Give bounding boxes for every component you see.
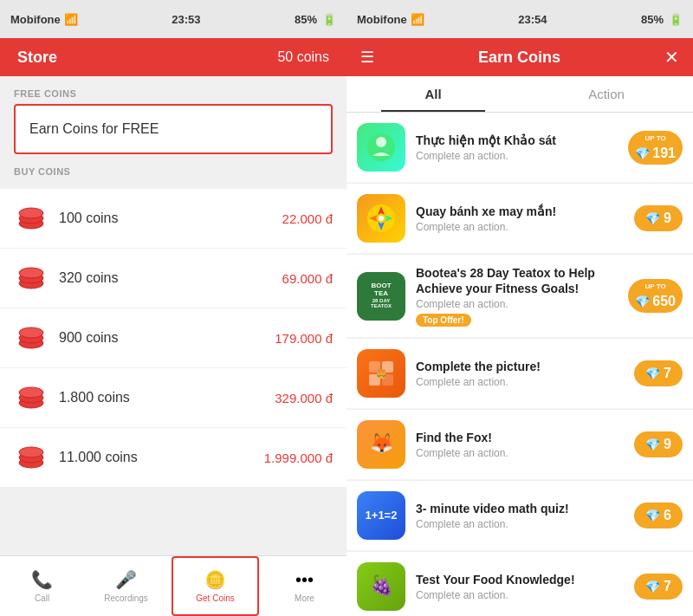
more-icon: •••	[295, 570, 314, 590]
up-to-label-0: UP TO	[645, 134, 666, 142]
tabs-bar: All Action	[346, 76, 693, 113]
coin-name-4: 11.000 coins	[59, 450, 264, 465]
earn-info-0: Thực hiện một Khảo sát Complete an actio…	[416, 133, 618, 162]
coin-num-5: 6	[664, 508, 671, 523]
coin-name-3: 1.800 coins	[59, 390, 275, 405]
left-battery-icon: 🔋	[322, 13, 336, 26]
coin-item-4[interactable]: 11.000 coins 1.999.000 đ	[0, 428, 346, 487]
coin-name-1: 320 coins	[59, 270, 282, 286]
right-status-right: 85% 🔋	[641, 13, 683, 26]
tab-get-coins[interactable]: 🪙 Get Coins	[172, 556, 259, 616]
left-status-right: 85% 🔋	[295, 13, 336, 26]
right-status-bar: Mobifone 📶 23:54 85% 🔋	[346, 0, 693, 38]
right-wifi-icon: 📶	[411, 13, 424, 26]
coin-icon-4	[14, 440, 49, 475]
earn-badge-2: UP TO 💎 650	[628, 279, 683, 313]
earn-list: Thực hiện một Khảo sát Complete an actio…	[346, 113, 693, 616]
svg-point-11	[19, 387, 43, 398]
earn-item-6[interactable]: 🍇 Test Your Food Knowledge! Complete an …	[346, 552, 693, 616]
coin-num-0: 191	[652, 146, 676, 161]
left-content: FREE COINS Earn Coins for FREE BUY COINS…	[0, 76, 346, 555]
earn-subtitle-3: Complete an action.	[416, 376, 624, 388]
coin-price-4: 1.999.000 đ	[264, 451, 333, 465]
buy-coins-label: BUY COINS	[0, 154, 346, 182]
left-store-title: Store	[17, 49, 57, 67]
coin-price-2: 179.000 đ	[275, 331, 333, 346]
right-panel: Mobifone 📶 23:54 85% 🔋 ☰ Earn Coins ✕ Al…	[346, 0, 693, 616]
coin-price-3: 329.000 đ	[275, 391, 333, 405]
coin-name-0: 100 coins	[59, 211, 282, 226]
earn-badge-0: UP TO 💎 191	[628, 131, 683, 165]
left-status-bar: Mobifone 📶 23:53 85% 🔋	[0, 0, 346, 38]
app-icon-food: 🍇	[357, 562, 405, 611]
earn-title-6: Test Your Food Knowledge!	[416, 572, 624, 587]
gem-icon-4: 💎	[645, 438, 660, 451]
svg-text:🍇: 🍇	[370, 574, 394, 597]
earn-item-4[interactable]: 🦊 Find the Fox! Complete an action. 💎 9	[346, 410, 693, 479]
earn-item-3[interactable]: 🍔 Complete the picture! Complete an acti…	[346, 339, 693, 408]
coin-icon-1	[14, 261, 49, 295]
free-coins-label: FREE COINS	[0, 76, 346, 104]
app-icon-spin	[357, 194, 405, 243]
coin-item-1[interactable]: 320 coins 69.000 đ	[0, 249, 346, 308]
tab-get-coins-label: Get Coins	[196, 593, 234, 603]
close-icon[interactable]: ✕	[664, 47, 679, 68]
gem-icon-6: 💎	[645, 580, 660, 593]
coin-item-3[interactable]: 1.800 coins 329.000 đ	[0, 368, 346, 427]
call-icon: 📞	[31, 569, 53, 590]
earn-subtitle-4: Complete an action.	[416, 447, 624, 459]
left-battery-pct: 85%	[295, 13, 317, 26]
app-icon-fox: 🦊	[357, 420, 405, 469]
coin-item-0[interactable]: 100 coins 22.000 đ	[0, 189, 346, 248]
gem-icon-2: 💎	[635, 295, 650, 308]
svg-text:1+1=2: 1+1=2	[366, 509, 397, 522]
tab-recordings-label: Recordings	[104, 593, 148, 603]
tab-call-label: Call	[35, 593, 49, 603]
tab-action[interactable]: Action	[520, 76, 693, 112]
right-time: 23:54	[518, 13, 547, 26]
coin-item-2[interactable]: 900 coins 179.000 đ	[0, 308, 346, 367]
right-header: ☰ Earn Coins ✕	[346, 38, 693, 76]
right-battery-icon: 🔋	[669, 13, 683, 26]
gem-icon-0: 💎	[635, 146, 650, 160]
hamburger-menu-icon[interactable]: ☰	[360, 48, 374, 67]
coin-name-2: 900 coins	[59, 330, 275, 346]
earn-title-0: Thực hiện một Khảo sát	[416, 133, 618, 148]
tab-recordings[interactable]: 🎤 Recordings	[84, 556, 168, 616]
earn-info-3: Complete the picture! Complete an action…	[416, 359, 624, 388]
left-panel: Mobifone 📶 23:53 85% 🔋 Store 50 coins FR…	[0, 0, 346, 616]
left-header-coins: 50 coins	[277, 49, 329, 65]
svg-point-16	[376, 137, 386, 147]
coin-icon-2	[14, 321, 49, 355]
earn-subtitle-0: Complete an action.	[416, 150, 618, 162]
earn-item-1[interactable]: Quay bánh xe may mắn! Complete an action…	[346, 184, 693, 253]
earn-badge-6: 💎 7	[634, 574, 683, 600]
app-icon-puzzle: 🍔	[357, 349, 405, 398]
tab-all[interactable]: All	[346, 76, 520, 112]
earn-info-2: Bootea's 28 Day Teatox to Help Achieve y…	[416, 265, 618, 327]
earn-title-3: Complete the picture!	[416, 359, 624, 374]
earn-item-5[interactable]: 1+1=2 3- minute video math quiz! Complet…	[346, 481, 693, 550]
earn-title-4: Find the Fox!	[416, 430, 624, 445]
coin-num-6: 7	[664, 579, 671, 594]
tab-call[interactable]: 📞 Call	[0, 556, 84, 616]
earn-title-2: Bootea's 28 Day Teatox to Help Achieve y…	[416, 265, 618, 296]
earn-badge-5: 💎 6	[634, 503, 683, 528]
gem-icon-5: 💎	[645, 509, 660, 522]
coin-num-2: 650	[652, 294, 676, 309]
left-header: Store 50 coins	[0, 38, 346, 76]
earn-subtitle-5: Complete an action.	[416, 518, 624, 530]
earn-item-0[interactable]: Thực hiện một Khảo sát Complete an actio…	[346, 113, 693, 182]
earn-badge-3: 💎 7	[634, 360, 683, 386]
earn-info-6: Test Your Food Knowledge! Complete an ac…	[416, 572, 624, 601]
svg-point-2	[19, 208, 43, 218]
tab-more[interactable]: ••• More	[262, 556, 346, 616]
free-coins-item[interactable]: Earn Coins for FREE	[14, 104, 333, 154]
svg-point-8	[19, 327, 43, 338]
gem-icon-3: 💎	[645, 366, 660, 380]
earn-badge-1: 💎 9	[634, 205, 683, 231]
tab-all-label: All	[424, 87, 441, 101]
earn-item-2[interactable]: BOOTTEA 28 DAY TEATOX Bootea's 28 Day Te…	[346, 255, 693, 337]
right-carrier: Mobifone	[357, 13, 407, 26]
earn-badge-4: 💎 9	[634, 431, 683, 457]
